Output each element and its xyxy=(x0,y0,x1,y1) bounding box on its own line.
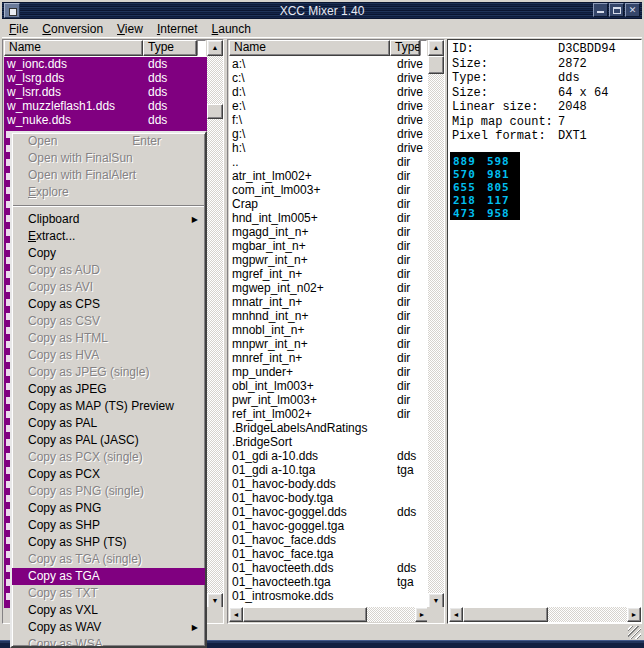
file-row[interactable]: 01_havocteeth.tgatga xyxy=(229,575,429,589)
maximize-button[interactable] xyxy=(609,3,624,17)
middle-file-list[interactable]: a:\drivec:\drived:\drivee:\drivef:\drive… xyxy=(229,56,429,608)
file-row[interactable]: g:\drive xyxy=(229,127,429,141)
menu-item-copy-as-jpeg[interactable]: Copy as JPEG xyxy=(12,381,205,398)
file-row[interactable]: w_lsrg.ddsdds xyxy=(4,71,208,85)
file-row[interactable]: 01_introsmoke.dds xyxy=(229,589,429,603)
file-row[interactable]: c:\drive xyxy=(229,71,429,85)
scroll-up-icon[interactable]: ▲ xyxy=(207,40,223,56)
file-row[interactable]: h:\drive xyxy=(229,141,429,155)
title-bar[interactable]: XCC Mixer 1.40 ✕ xyxy=(2,2,642,19)
file-row[interactable]: e:\drive xyxy=(229,99,429,113)
menubar-item-file[interactable]: File xyxy=(2,21,35,37)
preview-number-row: 473958 xyxy=(453,207,520,220)
file-name: com_int_lm003+ xyxy=(232,183,320,197)
file-name: .BridgeLabelsAndRatings xyxy=(232,421,367,435)
menu-item-copy-as-vxl[interactable]: Copy as VXL xyxy=(12,602,205,619)
menu-item-label: Explore xyxy=(28,185,69,199)
file-row[interactable]: hnd_int_lm005+dir xyxy=(229,211,429,225)
middle-column-header-name[interactable]: Name xyxy=(229,40,390,56)
file-row[interactable]: 01_havoc-goggel.ddsdds xyxy=(229,505,429,519)
file-row[interactable]: w_muzzleflash1.ddsdds xyxy=(4,99,208,113)
file-row[interactable]: atr_int_lm002+dir xyxy=(229,169,429,183)
menu-item-copy-as-png[interactable]: Copy as PNG xyxy=(12,500,205,517)
file-row[interactable]: obl_int_lm003+dir xyxy=(229,379,429,393)
middle-scrollbar-thumb[interactable] xyxy=(428,56,444,74)
menu-item-copy[interactable]: Copy xyxy=(12,245,205,262)
menubar-item-internet[interactable]: Internet xyxy=(150,21,205,37)
file-row[interactable]: w_lsrr.ddsdds xyxy=(4,85,208,99)
left-vertical-scrollbar[interactable]: ▲ ▼ xyxy=(207,40,223,609)
file-row[interactable]: pwr_int_lm003+dir xyxy=(229,393,429,407)
left-column-header-name[interactable]: Name xyxy=(4,40,143,56)
file-row[interactable]: 01_havoc_face.dds xyxy=(229,533,429,547)
menu-item-copy-as-pal-jasc[interactable]: Copy as PAL (JASC) xyxy=(12,432,205,449)
menu-item-copy-as-shp-ts[interactable]: Copy as SHP (TS) xyxy=(12,534,205,551)
file-row[interactable]: ref_int_lm002+dir xyxy=(229,407,429,421)
menu-item-copy-as-wav[interactable]: Copy as WAV▶ xyxy=(12,619,205,636)
minimize-button[interactable] xyxy=(593,3,608,17)
file-row[interactable]: mp_under+dir xyxy=(229,365,429,379)
file-row[interactable]: .BridgeLabelsAndRatings xyxy=(229,421,429,435)
file-type: dir xyxy=(397,295,410,309)
scroll-right-icon[interactable]: ► xyxy=(627,607,641,622)
menu-item-copy-as-cps[interactable]: Copy as CPS xyxy=(12,296,205,313)
resize-grip[interactable] xyxy=(628,626,641,639)
scroll-up-icon[interactable]: ▲ xyxy=(428,40,444,56)
middle-horizontal-scrollbar[interactable]: ◄ ► xyxy=(229,607,429,622)
file-row[interactable]: 01_havoc-body.dds xyxy=(229,477,429,491)
file-row[interactable]: 01_gdi a-10.ddsdds xyxy=(229,449,429,463)
file-row[interactable]: Crapdir xyxy=(229,197,429,211)
file-row[interactable]: mnatr_int_n+dir xyxy=(229,295,429,309)
file-row[interactable]: 01_havoc-goggel.tga xyxy=(229,519,429,533)
file-row[interactable]: 01_havoc-body.tga xyxy=(229,491,429,505)
middle-hscrollbar-thumb[interactable] xyxy=(243,607,367,622)
file-row[interactable]: mnref_int_n+dir xyxy=(229,351,429,365)
file-row[interactable]: mgpwr_int_n+dir xyxy=(229,253,429,267)
scroll-left-icon[interactable]: ◄ xyxy=(449,607,463,622)
file-row[interactable]: 01_gdi a-10.tgatga xyxy=(229,463,429,477)
file-row[interactable]: mgwep_int_n02+dir xyxy=(229,281,429,295)
close-button[interactable]: ✕ xyxy=(625,3,640,17)
file-row[interactable]: w_nuke.ddsdds xyxy=(4,113,208,127)
file-row[interactable]: f:\drive xyxy=(229,113,429,127)
menu-item-copy-as-shp[interactable]: Copy as SHP xyxy=(12,517,205,534)
left-scrollbar-track[interactable] xyxy=(207,56,223,593)
scroll-left-icon[interactable]: ◄ xyxy=(229,607,243,622)
file-row[interactable]: mnobl_int_n+dir xyxy=(229,323,429,337)
preview-number-row: 655805 xyxy=(453,181,520,194)
middle-scrollbar-track[interactable] xyxy=(428,56,444,593)
file-row[interactable]: 01_havoc_face.tga xyxy=(229,547,429,561)
menu-item-copy-as-pal[interactable]: Copy as PAL xyxy=(12,415,205,432)
file-row[interactable]: ..dir xyxy=(229,155,429,169)
menu-item-copy-as-pcx[interactable]: Copy as PCX xyxy=(12,466,205,483)
file-row[interactable]: mgagd_int_n+dir xyxy=(229,225,429,239)
menu-item-copy-as-png-single: Copy as PNG (single) xyxy=(12,483,205,500)
file-row[interactable]: .BridgeSort xyxy=(229,435,429,449)
middle-column-header-type[interactable]: Type xyxy=(390,40,420,56)
file-row[interactable]: mnpwr_int_n+dir xyxy=(229,337,429,351)
file-row[interactable]: mnhnd_int_n+dir xyxy=(229,309,429,323)
right-horizontal-scrollbar[interactable]: ◄ ► xyxy=(449,607,641,622)
middle-vertical-scrollbar[interactable]: ▲ ▼ xyxy=(428,40,444,609)
maximize-icon xyxy=(613,7,621,14)
file-row[interactable]: 01_havocteeth.ddsdds xyxy=(229,561,429,575)
left-column-header-type[interactable]: Type xyxy=(143,40,197,56)
file-name: w_lsrr.dds xyxy=(7,85,61,99)
menubar-item-launch[interactable]: Launch xyxy=(205,21,258,37)
menu-item-copy-as-csv: Copy as CSV xyxy=(12,313,205,330)
menubar-item-view[interactable]: View xyxy=(110,21,150,37)
menubar-item-conversion[interactable]: Conversion xyxy=(35,21,110,37)
menu-item-extract[interactable]: Extract... xyxy=(12,228,205,245)
file-row[interactable]: com_int_lm003+dir xyxy=(229,183,429,197)
file-row[interactable]: w_ionc.ddsdds xyxy=(4,57,208,71)
menu-item-copy-as-map-ts-preview[interactable]: Copy as MAP (TS) Preview xyxy=(12,398,205,415)
file-row[interactable]: mgref_int_n+dir xyxy=(229,267,429,281)
file-row[interactable]: d:\drive xyxy=(229,85,429,99)
right-hscrollbar-thumb[interactable] xyxy=(463,607,548,622)
left-scrollbar-thumb[interactable] xyxy=(207,104,223,119)
menu-item-clipboard[interactable]: Clipboard▶ xyxy=(12,211,205,228)
file-row[interactable]: a:\drive xyxy=(229,57,429,71)
menu-separator xyxy=(13,205,204,207)
menu-item-copy-as-tga[interactable]: Copy as TGA xyxy=(12,568,205,585)
file-row[interactable]: mgbar_int_n+dir xyxy=(229,239,429,253)
